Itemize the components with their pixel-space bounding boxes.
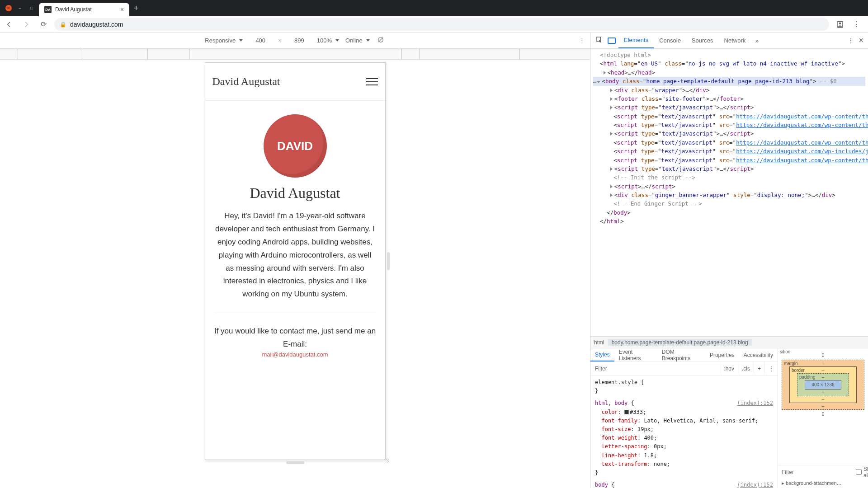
show-all-toggle[interactable]: Show all [853, 466, 868, 479]
tab-elements[interactable]: Elements [618, 33, 654, 48]
tree-line[interactable]: </body> [593, 208, 865, 217]
new-style-rule[interactable]: + [754, 362, 764, 375]
toggle-device-icon[interactable] [608, 38, 616, 44]
browser-tab[interactable]: DA David Augustat × [39, 3, 129, 16]
tree-line[interactable]: <script type="text/javascript">…</script… [593, 164, 865, 173]
reload-button[interactable]: ⟳ [37, 18, 50, 31]
cls-toggle[interactable]: .cls [738, 362, 754, 375]
dimension-separator: × [278, 37, 282, 44]
tree-line[interactable]: <footer class="site-footer">…</footer> [593, 94, 865, 103]
styles-menu-icon[interactable]: ⋮ [764, 362, 778, 375]
tab-sources[interactable]: Sources [686, 33, 719, 48]
computed-filter-input[interactable] [778, 469, 853, 475]
tree-line[interactable]: </html> [593, 217, 865, 225]
box-border-label: border [792, 368, 805, 373]
email-link[interactable]: mail@davidaugustat.com [262, 351, 328, 358]
devtools-settings-icon[interactable]: ⋮ [845, 37, 857, 44]
tree-line[interactable]: <script type="text/javascript" src="http… [593, 156, 865, 164]
subtab-properties[interactable]: Properties [705, 348, 739, 361]
elements-tree[interactable]: <!doctype html> <html lang="en-US" class… [590, 49, 868, 336]
tree-line[interactable]: <script type="text/javascript" src="http… [593, 121, 865, 129]
divider [214, 313, 376, 313]
new-tab-button[interactable]: + [129, 4, 143, 13]
tree-line[interactable]: <script type="text/javascript" src="http… [593, 147, 865, 155]
tree-line[interactable]: <!-- Init the script --> [593, 173, 865, 182]
chevron-down-icon [335, 39, 339, 42]
zoom-select[interactable]: 100% [317, 37, 339, 44]
box-position-label: sition [780, 349, 790, 354]
avatar-text: DAVID [277, 139, 313, 153]
inspect-element-icon[interactable] [593, 36, 605, 45]
tree-line[interactable]: <head>…</head> [593, 68, 865, 77]
device-toolbar-menu[interactable]: ⋮ [577, 37, 586, 44]
box-padding: padding – 400 × 1236 – [797, 373, 849, 396]
bio-text: Hey, it's David! I'm a 19-year-old softw… [214, 210, 376, 301]
tab-close-icon[interactable]: × [120, 6, 124, 13]
resize-handle-corner[interactable] [384, 459, 389, 463]
device-toolbar: Responsive × 100% Online ⋮ [0, 33, 590, 49]
device-mode-select[interactable]: Responsive [205, 37, 243, 44]
lock-icon: 🔒 [60, 21, 66, 28]
chevron-down-icon [366, 39, 370, 42]
tab-network[interactable]: Network [719, 33, 751, 48]
back-button[interactable] [3, 18, 15, 31]
viewport-width-input[interactable] [249, 37, 272, 44]
styles-filter-row: :hov .cls + ⋮ [590, 362, 778, 375]
box-border: border – padding – 400 × 1236 – – [789, 366, 857, 403]
css-rule[interactable]: (index):152html, body { [595, 399, 773, 408]
viewport-height-input[interactable] [288, 37, 311, 44]
box-position-top: 0 [782, 353, 864, 358]
devtools-close-icon[interactable]: × [857, 36, 865, 45]
address-bar[interactable]: 🔒 davidaugustat.com [54, 18, 829, 31]
computed-partial[interactable]: ▸ background-attachmen… [778, 479, 868, 488]
resize-handle-right[interactable] [387, 252, 390, 270]
tree-line[interactable]: <div class="wrapper">…</div> [593, 86, 865, 94]
window-close-icon[interactable]: ✕ [5, 5, 12, 11]
styles-filter-input[interactable] [590, 366, 720, 372]
rotate-icon[interactable] [376, 36, 385, 45]
tree-line[interactable]: <!-- End Ginger Script --> [593, 199, 865, 208]
page-heading: David Augustat [214, 185, 376, 202]
box-content: 400 × 1236 [805, 380, 841, 389]
subtab-dom-breakpoints[interactable]: DOM Breakpoints [657, 348, 705, 361]
css-rules[interactable]: element.style { } (index):152html, body … [590, 375, 778, 488]
site-header: David Augustat [205, 63, 385, 101]
tree-line[interactable]: <div class="ginger_banner-wrapper" style… [593, 191, 865, 199]
profile-icon[interactable] [834, 18, 846, 31]
breadcrumb-item[interactable]: body.home.page-template-default.page.pag… [608, 339, 752, 346]
hov-toggle[interactable]: :hov [720, 362, 738, 375]
window-minimize-icon[interactable]: – [16, 5, 24, 12]
styles-sub-tabs: Styles Event Listeners DOM Breakpoints P… [590, 348, 778, 362]
menu-button[interactable]: ⋮ [850, 18, 863, 31]
url-bar: ⟳ 🔒 davidaugustat.com ⋮ [0, 16, 868, 33]
tree-line[interactable]: <script type="text/javascript">…</script… [593, 103, 865, 112]
tree-line[interactable]: <script type="text/javascript">…</script… [593, 129, 865, 138]
css-rule[interactable]: element.style { [595, 378, 773, 387]
tab-console[interactable]: Console [654, 33, 686, 48]
breadcrumb-item[interactable]: html [590, 339, 608, 346]
css-rule[interactable]: (index):152body { [595, 481, 773, 488]
tree-line-selected[interactable]: …<body class="home page-template-default… [593, 77, 865, 85]
tree-line[interactable]: <html lang="en-US" class="no-js no-svg w… [593, 59, 865, 68]
contact-text: If you would like to contact me, just se… [214, 325, 376, 351]
tree-line[interactable]: <script type="text/javascript" src="http… [593, 138, 865, 147]
more-tabs-icon[interactable]: » [751, 37, 763, 44]
tree-line[interactable]: <!doctype html> [593, 51, 865, 59]
device-mode-label: Responsive [205, 37, 236, 44]
box-model-column: 0 sition margin – border – padding – 400… [778, 348, 868, 488]
subtab-accessibility[interactable]: Accessibility [739, 348, 778, 361]
tree-line[interactable]: <script>…</script> [593, 182, 865, 191]
hamburger-menu-icon[interactable] [366, 78, 378, 85]
box-model: 0 sition margin – border – padding – 400… [778, 348, 868, 465]
box-position-bottom: 0 [782, 412, 864, 417]
tree-line[interactable]: <script type="text/javascript" src="http… [593, 112, 865, 121]
subtab-event-listeners[interactable]: Event Listeners [614, 348, 657, 361]
arrow-left-icon [5, 21, 13, 28]
styles-column: Styles Event Listeners DOM Breakpoints P… [590, 348, 778, 488]
subtab-styles[interactable]: Styles [590, 348, 614, 361]
breadcrumb[interactable]: html body.home.page-template-default.pag… [590, 336, 868, 348]
network-select[interactable]: Online [345, 37, 370, 44]
avatar: DAVID [264, 114, 327, 178]
window-maximize-icon[interactable]: □ [28, 5, 35, 12]
resize-handle-bottom[interactable] [286, 461, 304, 464]
